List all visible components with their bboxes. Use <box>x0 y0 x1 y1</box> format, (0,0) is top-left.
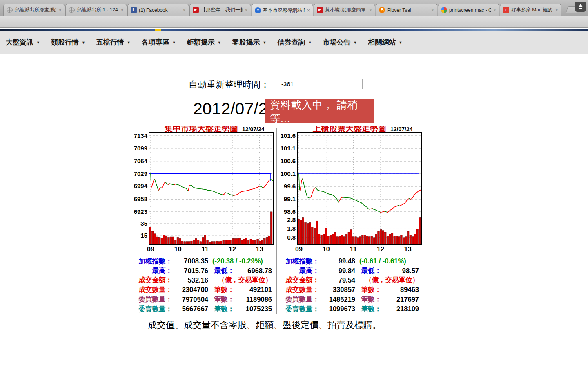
quote-label: 成交數量： <box>135 285 172 294</box>
tab-close-icon[interactable]: × <box>245 7 248 13</box>
youtube-icon <box>193 7 199 13</box>
browser-tab[interactable]: printscreen mac - G× <box>438 4 499 16</box>
browser-tab[interactable]: 【那些年，我們一起× <box>189 4 251 16</box>
svg-text:7099: 7099 <box>134 145 147 152</box>
browser-toolbar: mis.twse.com.tw ☆ <box>0 16 588 28</box>
quote-label-2: 最低： <box>208 266 234 275</box>
tab-close-icon[interactable]: × <box>58 7 62 13</box>
tse-quote-table: 加權指數：7008.35(-20.38 / -0.29%)最高：7015.76最… <box>135 256 272 314</box>
svg-text:1.8: 1.8 <box>287 225 296 232</box>
svg-text:15: 15 <box>140 232 147 239</box>
nav-menu-item[interactable]: 鉅額揭示▼ <box>187 38 221 47</box>
svg-text:7134: 7134 <box>134 132 148 139</box>
chevron-down-icon: ▼ <box>172 40 176 45</box>
svg-text:09: 09 <box>295 246 303 253</box>
tab-title: 黃小琥-沒那麼簡單 - <box>325 7 367 13</box>
svg-text:6994: 6994 <box>134 182 148 189</box>
chevron-down-icon: ▼ <box>399 40 402 45</box>
quote-label: 最高： <box>282 266 319 275</box>
quote-value: 7015.76 <box>172 267 208 275</box>
tab-title: 【那些年，我們一起 <box>201 7 243 13</box>
browser-tab[interactable]: 烏龍派出所 1 - 124× <box>65 4 127 16</box>
chevron-down-icon: ▼ <box>263 40 267 45</box>
quote-label-2: 筆數： <box>355 295 381 304</box>
svg-text:2.8: 2.8 <box>287 216 296 223</box>
rodo-icon <box>503 7 509 13</box>
nav-menu-item[interactable]: 零股揭示▼ <box>232 38 267 47</box>
quote-value-2: 1189086 <box>234 296 272 303</box>
tab-close-icon[interactable]: × <box>431 7 434 13</box>
quote-label: 成交金額： <box>135 276 172 285</box>
tab-close-icon[interactable]: × <box>307 8 310 13</box>
facebook-icon <box>131 7 137 13</box>
nav-menu-item[interactable]: 大盤資訊▼ <box>6 38 40 47</box>
blogger-icon <box>379 7 385 13</box>
quote-label: 成交數量： <box>282 285 319 294</box>
tab-close-icon[interactable]: × <box>183 7 186 13</box>
quote-row: 委買數量：7970504筆數：1189086 <box>135 295 272 304</box>
quote-row: 最高：99.84最低：98.57 <box>282 266 419 275</box>
exit-fullscreen-button[interactable] <box>575 2 586 12</box>
tab-strip: 烏龍派出所漫畫,動畫×烏龍派出所 1 - 124×(1) Facebook×【那… <box>0 0 588 16</box>
browser-tab[interactable]: 黃小琥-沒那麼簡單 -× <box>314 4 375 16</box>
svg-text:11: 11 <box>350 246 357 253</box>
svg-text:10: 10 <box>323 246 330 253</box>
quote-value-2: 218109 <box>381 305 419 313</box>
nav-menu-item[interactable]: 市場公告▼ <box>323 38 357 47</box>
fullscreen-arrow-stem <box>579 8 582 9</box>
nav-menu-label: 相關網站 <box>368 38 396 47</box>
tab-title: Plover Tsai <box>387 7 429 13</box>
svg-text:0.8: 0.8 <box>287 234 296 241</box>
nav-menu-label: 借券查詢 <box>278 38 305 47</box>
browser-tab[interactable]: Plover Tsai× <box>376 4 437 16</box>
browser-tab[interactable]: 基本市況報導網站 Ma× <box>252 4 313 16</box>
quote-label: 委賣數量： <box>282 305 319 314</box>
quote-value: 7970504 <box>172 296 208 303</box>
fullscreen-arrow-icon <box>578 4 583 7</box>
browser-tab[interactable]: (1) Facebook× <box>127 4 189 16</box>
quote-label: 委賣數量： <box>135 305 172 314</box>
tab-close-icon[interactable]: × <box>493 7 496 13</box>
quote-row: 成交數量：330857筆數：89463 <box>282 285 419 294</box>
otc-intraday-chart: 101.6101.1100.6100.199.699.198.62.81.80.… <box>281 126 424 254</box>
tab-title: (1) Facebook <box>139 7 180 13</box>
twse-icon <box>255 7 261 13</box>
tse-intraday-chart: 7134709970647029699469586923351509101112… <box>133 126 276 254</box>
quote-value-2: 217697 <box>381 296 419 303</box>
svg-text:6958: 6958 <box>134 195 147 202</box>
quote-row: 成交數量：2304700筆數：492101 <box>135 285 272 294</box>
nav-menu-item[interactable]: 借券查詢▼ <box>278 38 312 47</box>
quote-value: 99.84 <box>319 267 355 275</box>
quote-label: 成交金額： <box>282 276 319 285</box>
quote-value: 532.16 <box>172 276 208 284</box>
tab-close-icon[interactable]: × <box>120 7 124 13</box>
quote-label: 最高： <box>135 266 172 275</box>
nav-menu-item[interactable]: 五檔行情▼ <box>96 38 131 47</box>
svg-text:101.1: 101.1 <box>281 145 296 152</box>
nav-menu-item[interactable]: 各項專區▼ <box>142 38 176 47</box>
nav-menu-item[interactable]: 類股行情▼ <box>51 38 85 47</box>
chevron-down-icon: ▼ <box>218 40 221 45</box>
nav-menu-label: 類股行情 <box>51 38 79 47</box>
refresh-input[interactable] <box>279 79 363 89</box>
svg-text:10: 10 <box>174 246 182 253</box>
banner-accent <box>155 29 161 31</box>
globe-icon <box>69 7 75 13</box>
quote-unit-note: （億，交易單位） <box>208 276 272 285</box>
svg-text:12/07/24: 12/07/24 <box>390 126 413 132</box>
otc-quote-table: 加權指數：99.48(-0.61 / -0.61%)最高：99.84最低：98.… <box>282 256 419 314</box>
quote-label-2: 筆數： <box>208 305 234 314</box>
quote-label: 加權指數： <box>282 257 319 266</box>
nav-menu-label: 五檔行情 <box>96 38 124 47</box>
nav-menu-item[interactable]: 相關網站▼ <box>368 38 402 47</box>
browser-tab[interactable]: 烏龍派出所漫畫,動畫× <box>3 4 65 16</box>
quote-row: 最高：7015.76最低：6968.78 <box>135 266 272 275</box>
svg-text:98.6: 98.6 <box>284 208 296 215</box>
browser-tab[interactable]: 好事多摩:Mac 裡的 P× <box>500 4 561 16</box>
site-nav-menu: 大盤資訊▼類股行情▼五檔行情▼各項專區▼鉅額揭示▼零股揭示▼借券查詢▼市場公告▼… <box>0 31 588 54</box>
nav-menu-label: 零股揭示 <box>232 38 260 47</box>
tab-close-icon[interactable]: × <box>555 7 558 13</box>
svg-text:100.6: 100.6 <box>281 157 296 164</box>
footer-note: 成交值、成交量不含零股、鉅額、盤後定價、拍賣及標購。 <box>148 319 381 331</box>
tab-close-icon[interactable]: × <box>369 7 372 13</box>
